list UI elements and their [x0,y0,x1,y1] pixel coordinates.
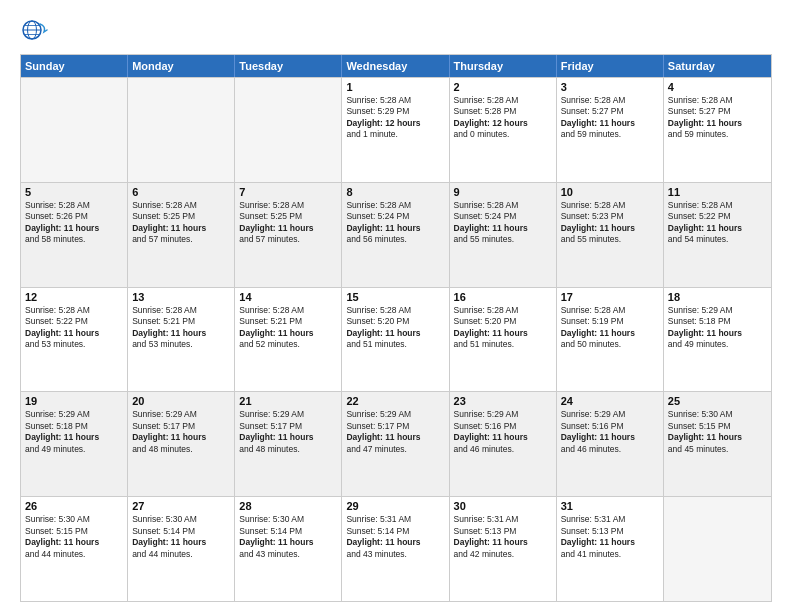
day-number: 23 [454,395,552,407]
cell-info: Sunrise: 5:30 AMSunset: 5:15 PMDaylight:… [668,409,767,455]
cell-info: Sunrise: 5:28 AMSunset: 5:21 PMDaylight:… [132,305,230,351]
cell-info: Sunrise: 5:30 AMSunset: 5:14 PMDaylight:… [132,514,230,560]
cell-info: Sunrise: 5:28 AMSunset: 5:23 PMDaylight:… [561,200,659,246]
day-number: 27 [132,500,230,512]
day-number: 19 [25,395,123,407]
day-number: 29 [346,500,444,512]
cell-info: Sunrise: 5:28 AMSunset: 5:19 PMDaylight:… [561,305,659,351]
day-number: 8 [346,186,444,198]
cell-info: Sunrise: 5:28 AMSunset: 5:29 PMDaylight:… [346,95,444,141]
cell-info: Sunrise: 5:28 AMSunset: 5:25 PMDaylight:… [239,200,337,246]
day-number: 30 [454,500,552,512]
table-row: 20Sunrise: 5:29 AMSunset: 5:17 PMDayligh… [128,392,235,496]
table-row: 29Sunrise: 5:31 AMSunset: 5:14 PMDayligh… [342,497,449,601]
day-header-friday: Friday [557,55,664,77]
day-header-sunday: Sunday [21,55,128,77]
table-row: 24Sunrise: 5:29 AMSunset: 5:16 PMDayligh… [557,392,664,496]
day-number: 2 [454,81,552,93]
table-row: 8Sunrise: 5:28 AMSunset: 5:24 PMDaylight… [342,183,449,287]
day-header-thursday: Thursday [450,55,557,77]
day-number: 31 [561,500,659,512]
day-number: 25 [668,395,767,407]
calendar-body: 1Sunrise: 5:28 AMSunset: 5:29 PMDaylight… [21,77,771,601]
table-row: 6Sunrise: 5:28 AMSunset: 5:25 PMDaylight… [128,183,235,287]
cell-info: Sunrise: 5:28 AMSunset: 5:21 PMDaylight:… [239,305,337,351]
day-header-wednesday: Wednesday [342,55,449,77]
cell-info: Sunrise: 5:28 AMSunset: 5:27 PMDaylight:… [668,95,767,141]
day-number: 6 [132,186,230,198]
table-row: 28Sunrise: 5:30 AMSunset: 5:14 PMDayligh… [235,497,342,601]
cell-info: Sunrise: 5:30 AMSunset: 5:15 PMDaylight:… [25,514,123,560]
table-row: 16Sunrise: 5:28 AMSunset: 5:20 PMDayligh… [450,288,557,392]
cell-info: Sunrise: 5:28 AMSunset: 5:25 PMDaylight:… [132,200,230,246]
cell-info: Sunrise: 5:29 AMSunset: 5:17 PMDaylight:… [239,409,337,455]
cell-info: Sunrise: 5:28 AMSunset: 5:26 PMDaylight:… [25,200,123,246]
day-number: 17 [561,291,659,303]
day-number: 22 [346,395,444,407]
cell-info: Sunrise: 5:28 AMSunset: 5:24 PMDaylight:… [454,200,552,246]
day-number: 24 [561,395,659,407]
cell-info: Sunrise: 5:31 AMSunset: 5:13 PMDaylight:… [561,514,659,560]
table-row: 3Sunrise: 5:28 AMSunset: 5:27 PMDaylight… [557,78,664,182]
table-row: 14Sunrise: 5:28 AMSunset: 5:21 PMDayligh… [235,288,342,392]
calendar-week-1: 1Sunrise: 5:28 AMSunset: 5:29 PMDaylight… [21,77,771,182]
day-number: 1 [346,81,444,93]
table-row [21,78,128,182]
table-row: 18Sunrise: 5:29 AMSunset: 5:18 PMDayligh… [664,288,771,392]
table-row: 11Sunrise: 5:28 AMSunset: 5:22 PMDayligh… [664,183,771,287]
table-row [235,78,342,182]
day-header-saturday: Saturday [664,55,771,77]
cell-info: Sunrise: 5:29 AMSunset: 5:18 PMDaylight:… [25,409,123,455]
calendar: SundayMondayTuesdayWednesdayThursdayFrid… [20,54,772,602]
table-row: 9Sunrise: 5:28 AMSunset: 5:24 PMDaylight… [450,183,557,287]
table-row: 2Sunrise: 5:28 AMSunset: 5:28 PMDaylight… [450,78,557,182]
day-number: 13 [132,291,230,303]
calendar-week-2: 5Sunrise: 5:28 AMSunset: 5:26 PMDaylight… [21,182,771,287]
table-row: 12Sunrise: 5:28 AMSunset: 5:22 PMDayligh… [21,288,128,392]
table-row: 30Sunrise: 5:31 AMSunset: 5:13 PMDayligh… [450,497,557,601]
cell-info: Sunrise: 5:28 AMSunset: 5:20 PMDaylight:… [454,305,552,351]
cell-info: Sunrise: 5:28 AMSunset: 5:22 PMDaylight:… [25,305,123,351]
table-row: 7Sunrise: 5:28 AMSunset: 5:25 PMDaylight… [235,183,342,287]
logo-icon [20,16,48,44]
day-number: 5 [25,186,123,198]
day-header-monday: Monday [128,55,235,77]
table-row: 25Sunrise: 5:30 AMSunset: 5:15 PMDayligh… [664,392,771,496]
cell-info: Sunrise: 5:28 AMSunset: 5:22 PMDaylight:… [668,200,767,246]
day-number: 21 [239,395,337,407]
cell-info: Sunrise: 5:31 AMSunset: 5:14 PMDaylight:… [346,514,444,560]
day-header-tuesday: Tuesday [235,55,342,77]
table-row [128,78,235,182]
calendar-week-5: 26Sunrise: 5:30 AMSunset: 5:15 PMDayligh… [21,496,771,601]
day-number: 10 [561,186,659,198]
table-row: 27Sunrise: 5:30 AMSunset: 5:14 PMDayligh… [128,497,235,601]
table-row: 15Sunrise: 5:28 AMSunset: 5:20 PMDayligh… [342,288,449,392]
cell-info: Sunrise: 5:28 AMSunset: 5:27 PMDaylight:… [561,95,659,141]
table-row: 4Sunrise: 5:28 AMSunset: 5:27 PMDaylight… [664,78,771,182]
day-number: 15 [346,291,444,303]
day-number: 14 [239,291,337,303]
cell-info: Sunrise: 5:29 AMSunset: 5:18 PMDaylight:… [668,305,767,351]
table-row: 22Sunrise: 5:29 AMSunset: 5:17 PMDayligh… [342,392,449,496]
day-number: 4 [668,81,767,93]
cell-info: Sunrise: 5:31 AMSunset: 5:13 PMDaylight:… [454,514,552,560]
day-number: 7 [239,186,337,198]
logo [20,16,52,44]
day-number: 20 [132,395,230,407]
calendar-week-3: 12Sunrise: 5:28 AMSunset: 5:22 PMDayligh… [21,287,771,392]
table-row: 19Sunrise: 5:29 AMSunset: 5:18 PMDayligh… [21,392,128,496]
day-number: 28 [239,500,337,512]
cell-info: Sunrise: 5:29 AMSunset: 5:17 PMDaylight:… [346,409,444,455]
page: SundayMondayTuesdayWednesdayThursdayFrid… [0,0,792,612]
table-row: 31Sunrise: 5:31 AMSunset: 5:13 PMDayligh… [557,497,664,601]
table-row [664,497,771,601]
cell-info: Sunrise: 5:30 AMSunset: 5:14 PMDaylight:… [239,514,337,560]
table-row: 10Sunrise: 5:28 AMSunset: 5:23 PMDayligh… [557,183,664,287]
table-row: 5Sunrise: 5:28 AMSunset: 5:26 PMDaylight… [21,183,128,287]
cell-info: Sunrise: 5:29 AMSunset: 5:17 PMDaylight:… [132,409,230,455]
day-number: 12 [25,291,123,303]
calendar-week-4: 19Sunrise: 5:29 AMSunset: 5:18 PMDayligh… [21,391,771,496]
cell-info: Sunrise: 5:28 AMSunset: 5:28 PMDaylight:… [454,95,552,141]
day-number: 11 [668,186,767,198]
cell-info: Sunrise: 5:28 AMSunset: 5:20 PMDaylight:… [346,305,444,351]
